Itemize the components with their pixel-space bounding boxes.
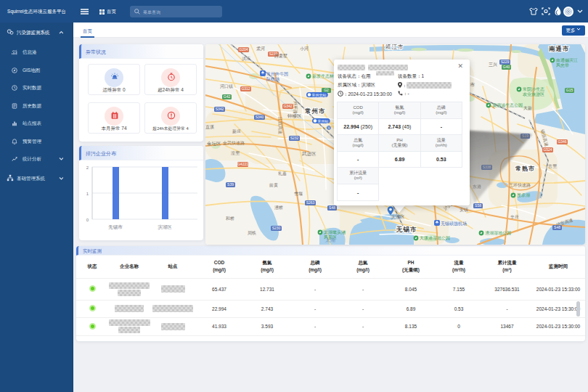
- svg-text:G2: G2: [324, 88, 329, 92]
- svg-text:G524: G524: [543, 147, 552, 152]
- svg-text:G15: G15: [566, 88, 573, 92]
- svg-text:M: M: [327, 126, 330, 130]
- svg-text:礼嘉: 礼嘉: [278, 171, 287, 176]
- svg-text:G42: G42: [224, 94, 231, 99]
- svg-text:S338: S338: [483, 165, 491, 169]
- svg-text:S39: S39: [227, 182, 234, 187]
- svg-text:金坛区: 金坛区: [207, 141, 221, 146]
- svg-text:S232: S232: [290, 136, 299, 140]
- svg-text:漕桥: 漕桥: [274, 205, 283, 211]
- svg-text:辛庄: 辛庄: [510, 214, 519, 219]
- svg-text:常熟市: 常熟市: [515, 165, 535, 172]
- svg-text:S263: S263: [306, 200, 315, 205]
- svg-text:大溪港湿地公园: 大溪港湿地公园: [420, 235, 450, 241]
- svg-text:无锡硕放机场: 无锡硕放机场: [441, 221, 467, 226]
- svg-text:际机场: 际机场: [266, 76, 279, 82]
- svg-text:农业旅游区: 农业旅游区: [523, 91, 544, 97]
- svg-text:周铁: 周铁: [248, 230, 256, 235]
- svg-text:东港: 东港: [473, 184, 481, 189]
- svg-text:小河: 小河: [300, 46, 309, 51]
- svg-text:江宜高速: 江宜高速: [278, 117, 283, 134]
- svg-text:G40: G40: [503, 65, 510, 69]
- svg-text:滨湖区: 滨湖区: [158, 224, 172, 230]
- svg-text:洪庄: 洪庄: [242, 56, 250, 61]
- svg-text:三环快速路: 三环快速路: [509, 183, 531, 188]
- svg-text:南通市: 南通市: [549, 45, 570, 52]
- svg-text:2: 2: [86, 166, 89, 170]
- svg-text:G204: G204: [239, 47, 248, 52]
- svg-text:新发生态林: 新发生态林: [312, 73, 335, 78]
- svg-text:钟楼区: 钟楼区: [287, 113, 302, 118]
- svg-text:S230: S230: [272, 226, 281, 230]
- svg-text:湟里: 湟里: [231, 151, 240, 155]
- svg-text:金武快速路: 金武快速路: [222, 141, 245, 146]
- svg-text:0: 0: [86, 218, 89, 222]
- svg-text:G4221: G4221: [237, 162, 248, 166]
- svg-text:昆承湖: 昆承湖: [517, 193, 530, 198]
- svg-text:S58: S58: [475, 203, 481, 208]
- svg-text:安镇: 安镇: [460, 207, 468, 212]
- svg-text:S340: S340: [256, 115, 264, 119]
- svg-text:孟河: 孟河: [256, 46, 265, 51]
- svg-text:G346: G346: [558, 139, 566, 144]
- svg-text:和桥: 和桥: [226, 216, 234, 221]
- svg-text:无锡市: 无锡市: [396, 226, 417, 233]
- svg-text:无锡市: 无锡市: [108, 224, 123, 230]
- svg-text:风光带: 风光带: [556, 63, 569, 68]
- svg-text:G342: G342: [283, 104, 292, 108]
- svg-text:河口镇: 河口镇: [220, 84, 233, 89]
- svg-text:S342: S342: [216, 107, 224, 111]
- svg-text:太湖: 太湖: [325, 237, 335, 242]
- svg-text:1: 1: [86, 192, 89, 196]
- svg-text:直溪: 直溪: [205, 124, 214, 129]
- svg-text:G312: G312: [241, 86, 250, 91]
- svg-text:S48: S48: [329, 205, 335, 210]
- svg-text:靖江市: 靖江市: [385, 44, 404, 50]
- svg-text:南通樾滨江: 南通樾滨江: [556, 57, 578, 63]
- svg-text:漕湖湿地公园: 漕湖湿地公园: [485, 230, 511, 236]
- svg-text:新庄: 新庄: [232, 128, 241, 134]
- svg-text:西夏墅: 西夏墅: [274, 54, 287, 59]
- svg-text:前黄: 前黄: [269, 183, 278, 187]
- svg-text:常州市: 常州市: [305, 107, 326, 115]
- svg-text:S229: S229: [501, 60, 510, 64]
- svg-text:雪堰: 雪堰: [294, 191, 303, 196]
- svg-text:常阴沙生态: 常阴沙生态: [523, 86, 544, 92]
- svg-text:三兴: 三兴: [489, 62, 497, 67]
- svg-text:外环路: 外环路: [293, 101, 298, 114]
- svg-text:S19: S19: [522, 134, 528, 138]
- svg-text:常州奔牛国: 常州奔牛国: [266, 72, 288, 77]
- svg-text:太湖鼋头渚: 太湖鼋头渚: [324, 229, 346, 235]
- svg-text:黄泗浦生态公园: 黄泗浦生态公园: [492, 102, 523, 108]
- svg-text:武进区: 武进区: [301, 151, 317, 157]
- svg-text:大新: 大新: [523, 105, 532, 110]
- svg-text:常州站: 常州站: [318, 119, 329, 123]
- svg-text:常州北站: 常州北站: [312, 93, 327, 98]
- svg-text:古里: 古里: [548, 164, 558, 169]
